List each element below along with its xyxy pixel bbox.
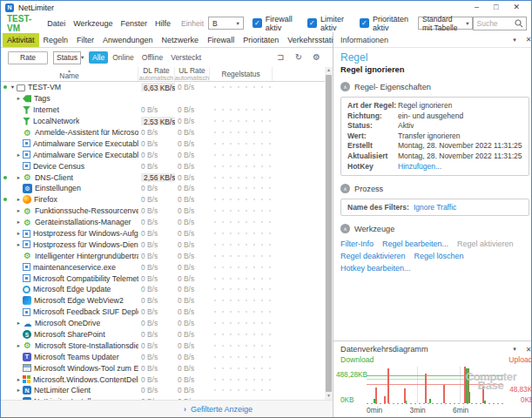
table-row[interactable]: Device Census0 B/s0 B/s	[1, 160, 325, 172]
gear-icon[interactable]: ⚙	[313, 53, 320, 62]
table-row[interactable]: maintenanceservice.exe0 B/s0 B/s	[1, 261, 325, 273]
table-row[interactable]: ▸Microsoft OneDrive0 B/s0 B/s	[1, 318, 325, 329]
table-row[interactable]: ▸NetLimiter Client0 B/s0 B/s	[1, 385, 325, 396]
undock-icon[interactable]: ⊐	[277, 53, 284, 62]
minimize-button[interactable]: –	[475, 3, 479, 11]
scroll-down-icon[interactable]: ▼	[327, 393, 331, 400]
table-row[interactable]: Internet0 B/s0 B/s	[1, 104, 325, 116]
tool-link-hotkey-bearbeiten[interactable]: Hotkey bearbeiten...	[340, 264, 411, 273]
table-row[interactable]: Microsoft SharePoint0 B/s0 B/s	[1, 329, 325, 340]
tab-aktivität[interactable]: Aktivität	[3, 33, 39, 47]
table-row[interactable]: Microsoft Windows-Tool zum Entfernen bös…	[1, 362, 325, 374]
table-row[interactable]: ▸Hostprozess für Windows-Dienste0 B/s0 B…	[1, 239, 325, 250]
tool-link-regel-löschen[interactable]: Regel löschen	[414, 252, 464, 260]
table-row[interactable]: Microsoft Feedback SIUF Deployment Manag…	[1, 307, 325, 318]
table-row[interactable]: ▸DNS-Client2,56 KB/s0 B/s	[1, 172, 325, 183]
search-input[interactable]	[476, 19, 515, 28]
maximize-button[interactable]: □	[494, 3, 498, 11]
chip-versteckt[interactable]: Versteckt	[167, 51, 205, 64]
tree-expander-icon[interactable]: ▸	[15, 207, 23, 214]
collapse-icon[interactable]: ∧	[340, 184, 350, 193]
rate-button[interactable]: Rate	[8, 51, 48, 64]
section-tools[interactable]: ∧ Werkzeuge	[340, 224, 529, 233]
column-header-regelstatus[interactable]: Regelstatus	[210, 67, 273, 81]
tree-expander-icon[interactable]: ▾	[9, 84, 17, 91]
filtered-view-link[interactable]: Gefilterte Anzeige	[191, 405, 253, 414]
tree-expander-icon[interactable]: ▸	[15, 387, 23, 394]
tree-expander-icon[interactable]: ▸	[15, 376, 23, 383]
tree-expander-icon[interactable]: ▸	[15, 196, 23, 203]
table-row[interactable]: ▸Hostprozess für Windows-Aufgaben0 B/s0 …	[1, 228, 325, 239]
unit-select[interactable]: B ▾	[208, 17, 244, 30]
filter-name-link[interactable]: Ignore Traffic	[414, 203, 456, 212]
table-row[interactable]: Microsoft Compatibility Telemetry0 B/s0 …	[1, 273, 325, 284]
tree-expander-icon[interactable]: ▸	[15, 342, 23, 349]
rule-status-dots	[210, 367, 273, 369]
host-menu[interactable]: TEST-VM	[7, 14, 37, 33]
tab-netzwerke[interactable]: Netzwerke	[158, 33, 204, 47]
table-row[interactable]: ▸Funktionssuche-Ressourcenveröffentlichu…	[1, 206, 325, 217]
toggle-firewall-aktiv[interactable]: ✓Firewall aktiv	[253, 15, 299, 32]
status-dropdown[interactable]: Status ▾	[53, 51, 81, 64]
table-row[interactable]: ▸Tags	[1, 93, 325, 104]
tree-expander-icon[interactable]: ▸	[15, 230, 23, 237]
table-row[interactable]: LocalNetwork2,53 KB/s0 B/s	[1, 116, 325, 127]
menu-datei[interactable]: Datei	[47, 19, 65, 28]
collapse-icon[interactable]: ∧	[340, 82, 350, 91]
toggle-prioritäten-aktiv[interactable]: ✓Prioritäten aktiv	[360, 15, 413, 32]
tree-expander-icon[interactable]: ▸	[15, 95, 23, 102]
table-row[interactable]: Einstellungen0 B/s0 B/s	[1, 183, 325, 194]
tab-firewall[interactable]: Firewall	[203, 33, 239, 47]
table-row[interactable]: ▸Microsoft.Windows.ContentDeliveryManage…	[1, 374, 325, 385]
table-row[interactable]: Anmelde-Assistent für Microsoft-Konten0 …	[1, 127, 325, 138]
table-scrollbar[interactable]: ▲ ▼	[325, 67, 333, 400]
tree-expander-icon[interactable]: ▸	[15, 219, 23, 226]
table-row[interactable]: Microsoft Teams Updater0 B/s0 B/s	[1, 351, 325, 362]
table-row[interactable]: Microsoft Edge Update0 B/s0 B/s	[1, 284, 325, 295]
collapse-icon[interactable]: ∧	[340, 224, 350, 233]
menu-werkzeuge[interactable]: Werkzeuge	[73, 19, 112, 28]
tab-prioritäten[interactable]: Prioritäten	[239, 33, 283, 47]
menu-fenster[interactable]: Fenster	[121, 19, 148, 28]
tab-regeln[interactable]: Regeln	[39, 33, 73, 47]
panel-chevron-down-icon[interactable]: ▾	[513, 37, 516, 44]
tree-expander-icon[interactable]: ▸	[15, 152, 23, 158]
table-row[interactable]: ▸Antimalware Service Executable0 B/s0 B/…	[1, 149, 325, 160]
tool-link-regel-bearbeiten[interactable]: Regel bearbeiten...	[382, 239, 448, 248]
chart-chevron-down-icon[interactable]: ▾	[513, 346, 516, 353]
table-row[interactable]: Microsoft Edge WebView20 B/s0 B/s	[1, 295, 325, 307]
menu-hilfe[interactable]: Hilfe	[155, 19, 171, 28]
refresh-icon[interactable]: ↻	[295, 53, 302, 62]
section-process[interactable]: ∧ Prozess	[340, 184, 529, 193]
chip-offline[interactable]: Offline	[138, 51, 166, 64]
column-header-ul-rate[interactable]: UL Rate automatisch	[175, 67, 210, 81]
tree-expander-icon[interactable]: ▸	[15, 320, 23, 327]
tree-expander-icon[interactable]: ▸	[15, 174, 23, 181]
rule-status-dot	[222, 187, 224, 189]
tool-link-filter-info[interactable]: Filter-Info	[340, 239, 374, 248]
table-row[interactable]: ▸Firefox0 B/s0 B/s	[1, 194, 325, 206]
column-header-dl-rate[interactable]: DL Rate automatisch	[138, 67, 175, 81]
scroll-up-icon[interactable]: ▲	[327, 67, 331, 74]
chip-alle[interactable]: Alle	[89, 51, 108, 64]
tab-filter[interactable]: Filter	[72, 33, 98, 47]
table-row[interactable]: ▸Geräteinstallations-Manager0 B/s0 B/s	[1, 217, 325, 228]
tool-link-regel-deaktivieren[interactable]: Regel deaktivieren	[340, 252, 406, 260]
close-button[interactable]: ✕	[513, 3, 520, 11]
table-row[interactable]: ▸Microsoft Store-Installationsdienst0 B/…	[1, 340, 325, 351]
tree-expander-icon[interactable]: ▸	[15, 241, 23, 248]
table-row[interactable]: Intelligenter Hintergrundübertragungsdie…	[1, 250, 325, 261]
column-header-name[interactable]: ▲ Name	[1, 67, 138, 81]
scrollbar-thumb[interactable]	[326, 75, 332, 392]
toggle-limiter-aktiv[interactable]: ✓Limiter aktiv	[307, 15, 351, 32]
chip-online[interactable]: Online	[109, 51, 138, 64]
section-rule-properties[interactable]: ∧ Regel- Eigenschaften	[340, 82, 529, 91]
panel-close-icon[interactable]: ✕	[526, 36, 532, 44]
rule-status-dot	[238, 143, 239, 145]
table-row[interactable]: ▾TEST-VM6,63 KB/s0 B/s	[1, 82, 325, 93]
property-value-link[interactable]: Hinzufügen...	[398, 162, 441, 172]
layout-select[interactable]: Standard mit Tabelle ▾	[418, 17, 474, 30]
tab-anwendungen[interactable]: Anwendungen	[98, 33, 158, 47]
table-row[interactable]: Antimalware Service Executable0 B/s0 B/s	[1, 138, 325, 149]
chart-close-icon[interactable]: ✕	[526, 346, 532, 354]
